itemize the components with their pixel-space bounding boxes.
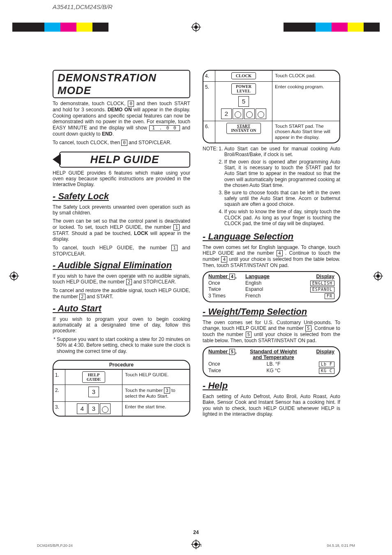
step-button: POWER LEVEL 5 2 [215, 82, 272, 121]
left-column: DEMONSTRATION MODE To demonstrate, touch… [53, 70, 190, 419]
col-number: Number 5, [208, 349, 245, 361]
svg-point-7 [12, 274, 16, 278]
text: - Weight/Temp Selection [203, 306, 307, 317]
content: DEMONSTRATION MODE To demonstrate, touch… [53, 70, 340, 419]
right-column: 4. CLOCK Touch CLOCK pad. 5. POWER LEVEL… [203, 70, 340, 419]
procedure-header: Procedure [53, 361, 189, 369]
col-number: Number 4, [208, 274, 245, 280]
lcd-display: FR [325, 293, 334, 299]
num-pad-0 [233, 108, 243, 119]
text: Number [208, 349, 229, 355]
key-5: 5 [246, 332, 252, 338]
text: END [102, 131, 113, 137]
step-num: 1. [53, 370, 65, 385]
safety-p2: The oven can be set so that the control … [53, 218, 190, 242]
key-1: 1 [173, 224, 180, 230]
text: To cancel and restore the audible signal… [53, 288, 190, 299]
cell: 3 Times [208, 293, 245, 299]
lcd-display: ENGLISH [310, 281, 334, 286]
text: INSTANT ON [231, 128, 256, 133]
table-row: OnceEnglishENGLISH [208, 280, 334, 286]
text: Touch the number [125, 388, 164, 393]
cell: Twice [208, 286, 245, 292]
num-pad-0 [256, 108, 266, 119]
table-row: TwiceEspanolESPANOL [208, 286, 334, 292]
cell: KG C [302, 368, 334, 374]
step-button: CLOCK [215, 71, 272, 81]
weight-table: Number 5, Standard of Weight and Tempera… [203, 346, 340, 377]
text: . [113, 131, 114, 137]
circle-icon [235, 111, 241, 118]
text: - Safety Lock [53, 191, 109, 201]
text: , [235, 274, 236, 279]
cell: Lb F [302, 361, 334, 367]
step-num: 6. [203, 121, 215, 143]
notes-label: NOTE: [203, 146, 218, 228]
step-num: 4. [203, 71, 215, 81]
table-row: 2. 3 Touch the number 3 to select the Au… [53, 385, 189, 401]
list-item: If you wish to know the time of day, sim… [224, 209, 340, 226]
lcd-display: Lb F [319, 362, 334, 367]
num-pad-0 [100, 403, 111, 414]
table-row: 4. CLOCK Touch CLOCK pad. [203, 71, 339, 81]
autostart-title: - Auto Start [53, 303, 190, 314]
svg-point-3 [194, 25, 198, 29]
key-0: 0 [128, 101, 134, 107]
svg-point-11 [376, 274, 380, 278]
list-item: If the oven door is opened after program… [224, 159, 340, 188]
registration-mark-icon [191, 22, 201, 32]
key-5: 5 [305, 325, 311, 332]
safety-title: - Safety Lock [53, 191, 190, 202]
table-row: 5. POWER LEVEL 5 2 Enter cooking program… [203, 81, 339, 121]
key-3: 3 [164, 387, 170, 394]
cell: ESPANOL [302, 286, 334, 292]
step-button: 3 [65, 385, 122, 401]
right-steps-table: 4. CLOCK Touch CLOCK pad. 5. POWER LEVEL… [203, 70, 340, 143]
audible-title: - Audible Signal Elimination [53, 260, 190, 271]
col-display: Display [302, 349, 334, 361]
svg-point-15 [194, 543, 198, 546]
lcd-display: KG C [319, 368, 334, 374]
text: - Auto Start [53, 303, 101, 313]
text: Suppose you want to start cooking a stew… [57, 336, 190, 354]
text: , [235, 349, 236, 355]
step-num: 5. [203, 82, 215, 121]
helpguide-intro: HELP GUIDE provides 6 features which mak… [53, 170, 190, 188]
text: and STOP/CLEAR. [132, 279, 176, 285]
step-desc: Touch HELP GUIDE. [122, 370, 189, 385]
text: and START. [85, 294, 113, 299]
num-pad-2: 2 [221, 108, 232, 119]
step-desc: Touch START pad. The chosen Auto Start t… [272, 121, 339, 143]
text: To demonstrate, touch CLOCK, [53, 101, 128, 106]
text: - Language Selection [203, 231, 293, 242]
procedure-table: Procedure 1. HELP GUIDE Touch HELP GUIDE… [53, 360, 190, 417]
page-number: 24 [0, 530, 392, 535]
registration-mark-icon [191, 539, 201, 549]
footer-left: DCM24S/B/R,P.20-24 [37, 543, 73, 548]
circle-icon [246, 111, 253, 118]
text: - Audible Signal Elimination [53, 260, 172, 270]
key-0: 0 [121, 140, 127, 146]
circle-icon [258, 111, 264, 118]
cell: Once [208, 280, 245, 286]
table-header: Number 5, Standard of Weight and Tempera… [208, 349, 334, 361]
cell: French [245, 293, 302, 299]
step-desc: Touch CLOCK pad. [272, 71, 339, 81]
cell: Espanol [245, 286, 302, 292]
num-pad-3: 3 [88, 387, 99, 397]
cell: KG °C [245, 368, 302, 374]
autostart-p2: * Suppose you want to start cooking a st… [53, 336, 190, 354]
key-4: 4 [277, 250, 283, 256]
table-row: 3. 43 Enter the start time. [53, 401, 189, 416]
help-guide-pad: HELP GUIDE [82, 371, 105, 383]
cell: English [245, 280, 302, 286]
lcd-display: ESPANOL [310, 287, 334, 292]
step-num: 2. [53, 385, 65, 401]
cell: Once [208, 361, 245, 367]
num-pad-3: 3 [88, 403, 99, 414]
key-2: 2 [79, 294, 85, 300]
language-table: Number 4, Language Display OnceEnglishEN… [203, 271, 340, 302]
helpguide-title: HELP GUIDE [59, 152, 190, 168]
text: To cancel, touch HELP GUIDE, the number [53, 245, 171, 251]
text: DEMO ON [108, 107, 132, 113]
